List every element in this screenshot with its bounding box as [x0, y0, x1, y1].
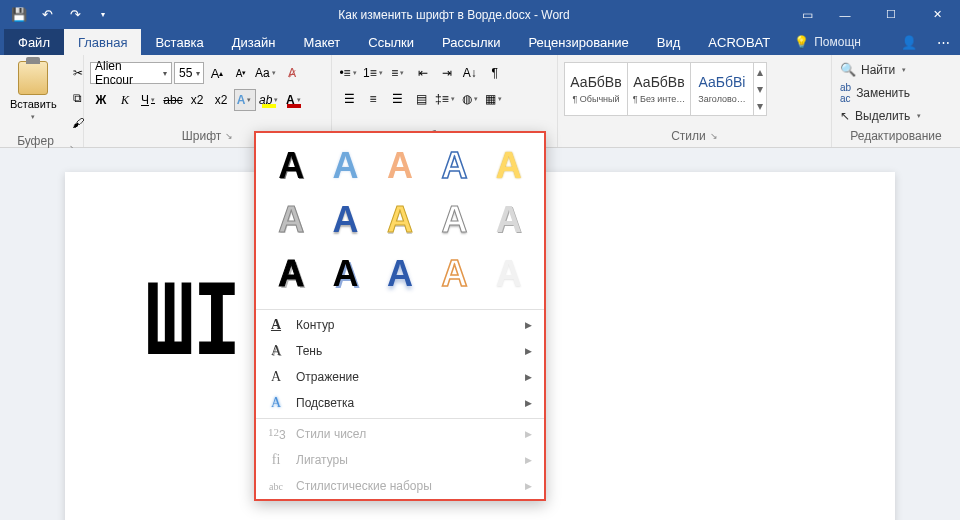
- style-nospacing[interactable]: АаБбВв ¶ Без инте…: [627, 62, 691, 116]
- effect-preset-6[interactable]: A: [266, 195, 316, 245]
- bullets-button[interactable]: •≡▾: [338, 62, 360, 84]
- shading-button[interactable]: ◍▾: [460, 88, 482, 110]
- effect-preset-5[interactable]: A: [484, 141, 534, 191]
- effect-preset-11[interactable]: A: [266, 249, 316, 299]
- select-button[interactable]: ↖Выделить▾: [838, 108, 954, 124]
- tab-references[interactable]: Ссылки: [354, 29, 428, 55]
- align-left-button[interactable]: ☰: [338, 88, 360, 110]
- tab-insert[interactable]: Вставка: [141, 29, 217, 55]
- align-right-button[interactable]: ☰: [386, 88, 408, 110]
- qat-customize[interactable]: ▾: [90, 2, 116, 28]
- effect-preset-8[interactable]: A: [375, 195, 425, 245]
- close-button[interactable]: ✕: [914, 0, 960, 29]
- borders-button[interactable]: ▦▾: [484, 88, 506, 110]
- paste-button[interactable]: Вставить ▾: [6, 58, 61, 124]
- tab-layout[interactable]: Макет: [289, 29, 354, 55]
- effect-preset-13[interactable]: A: [375, 249, 425, 299]
- editing-group-label: Редактирование: [850, 129, 941, 143]
- group-styles: АаБбВв ¶ Обычный АаБбВв ¶ Без инте… АаБб…: [558, 55, 832, 147]
- replace-button[interactable]: abacЗаменить: [838, 81, 954, 105]
- sort-button[interactable]: A↓: [460, 62, 482, 84]
- clear-formatting-button[interactable]: A̷: [281, 62, 303, 84]
- effect-preset-9[interactable]: A: [429, 195, 479, 245]
- paste-label: Вставить: [10, 98, 57, 110]
- outline-a-icon: A: [268, 317, 284, 333]
- style-normal[interactable]: АаБбВв ¶ Обычный: [564, 62, 628, 116]
- effect-preset-4[interactable]: A: [429, 141, 479, 191]
- fx-numstyles: 123Стили чисел▶: [256, 421, 544, 447]
- justify-button[interactable]: ▤: [410, 88, 432, 110]
- tab-file[interactable]: Файл: [4, 29, 64, 55]
- line-spacing-button[interactable]: ‡≡▾: [434, 88, 458, 110]
- undo-button[interactable]: ↶: [34, 2, 60, 28]
- effect-preset-10[interactable]: A: [484, 195, 534, 245]
- effect-preset-3[interactable]: A: [375, 141, 425, 191]
- style-name: Заголово…: [692, 94, 752, 104]
- maximize-button[interactable]: ☐: [868, 0, 914, 29]
- subscript-button[interactable]: x2: [186, 89, 208, 111]
- redo-button[interactable]: ↷: [62, 2, 88, 28]
- fx-glow[interactable]: AПодсветка▶: [256, 390, 544, 416]
- search-icon: 🔍: [840, 62, 856, 77]
- reflection-a-icon: A: [268, 369, 284, 385]
- numbering-button[interactable]: 1≡▾: [362, 62, 386, 84]
- align-center-button[interactable]: ≡: [362, 88, 384, 110]
- tell-me-search[interactable]: 💡 Помощн: [794, 29, 861, 55]
- tab-home[interactable]: Главная: [64, 29, 141, 55]
- effect-preset-15[interactable]: A: [484, 249, 534, 299]
- styles-launcher[interactable]: ↘: [710, 131, 718, 141]
- quick-access-toolbar: 💾 ↶ ↷ ▾: [0, 2, 116, 28]
- show-marks-button[interactable]: ¶: [484, 62, 506, 84]
- tab-design[interactable]: Дизайн: [218, 29, 290, 55]
- underline-button[interactable]: Ч▾: [138, 89, 160, 111]
- effect-preset-14[interactable]: A: [429, 249, 479, 299]
- minimize-button[interactable]: —: [822, 0, 868, 29]
- font-color-button[interactable]: A▾: [283, 89, 305, 111]
- tab-mailings[interactable]: Рассылки: [428, 29, 514, 55]
- collapse-ribbon-button[interactable]: ⋯: [926, 29, 960, 55]
- text-effects-button[interactable]: A▾: [234, 89, 256, 111]
- text-effects-gallery: A A A A A A A A A A A A A A A: [256, 133, 544, 307]
- styles-expand-button[interactable]: ▴▾▾: [753, 62, 767, 116]
- font-group-label: Шрифт: [182, 129, 221, 143]
- tab-view[interactable]: Вид: [643, 29, 695, 55]
- share-button[interactable]: 👤: [892, 29, 926, 55]
- style-heading1[interactable]: АаБбВі Заголово…: [690, 62, 754, 116]
- increase-indent-button[interactable]: ⇥: [436, 62, 458, 84]
- effect-preset-1[interactable]: A: [266, 141, 316, 191]
- grow-font-button[interactable]: A▴: [206, 62, 228, 84]
- tab-review[interactable]: Рецензирование: [514, 29, 642, 55]
- replace-icon: abac: [840, 82, 851, 104]
- font-launcher[interactable]: ↘: [225, 131, 233, 141]
- highlight-button[interactable]: ab▾: [258, 89, 281, 111]
- group-editing: 🔍Найти▾ abacЗаменить ↖Выделить▾ Редактир…: [832, 55, 960, 147]
- style-name: ¶ Обычный: [566, 94, 626, 104]
- tab-acrobat[interactable]: ACROBAT: [694, 29, 784, 55]
- fx-outline[interactable]: AКонтур▶: [256, 312, 544, 338]
- superscript-button[interactable]: x2: [210, 89, 232, 111]
- styles-gallery: АаБбВв ¶ Обычный АаБбВв ¶ Без инте… АаБб…: [564, 62, 767, 116]
- ribbon-display-options[interactable]: ▭: [792, 0, 822, 29]
- style-preview: АаБбВв: [633, 74, 684, 90]
- bold-button[interactable]: Ж: [90, 89, 112, 111]
- effect-preset-2[interactable]: A: [320, 141, 370, 191]
- ribbon-tabs: Файл Главная Вставка Дизайн Макет Ссылки…: [0, 29, 960, 55]
- fx-shadow[interactable]: AТень▶: [256, 338, 544, 364]
- font-name-combo[interactable]: Alien Encour▾: [90, 62, 172, 84]
- stylesets-icon: abc: [268, 481, 284, 492]
- decrease-indent-button[interactable]: ⇤: [412, 62, 434, 84]
- ligatures-icon: fi: [268, 452, 284, 468]
- fx-reflection[interactable]: AОтражение▶: [256, 364, 544, 390]
- strikethrough-button[interactable]: abc: [162, 89, 184, 111]
- effect-preset-7[interactable]: A: [320, 195, 370, 245]
- font-size-combo[interactable]: 55▾: [174, 62, 204, 84]
- shrink-font-button[interactable]: A▾: [230, 62, 252, 84]
- multilevel-list-button[interactable]: ≡▾: [388, 62, 410, 84]
- title-bar: 💾 ↶ ↷ ▾ Как изменить шрифт в Ворде.docx …: [0, 0, 960, 29]
- change-case-button[interactable]: Aa▾: [254, 62, 279, 84]
- italic-button[interactable]: К: [114, 89, 136, 111]
- tell-me-label: Помощн: [814, 35, 861, 49]
- save-button[interactable]: 💾: [6, 2, 32, 28]
- find-button[interactable]: 🔍Найти▾: [838, 61, 954, 78]
- effect-preset-12[interactable]: A: [320, 249, 370, 299]
